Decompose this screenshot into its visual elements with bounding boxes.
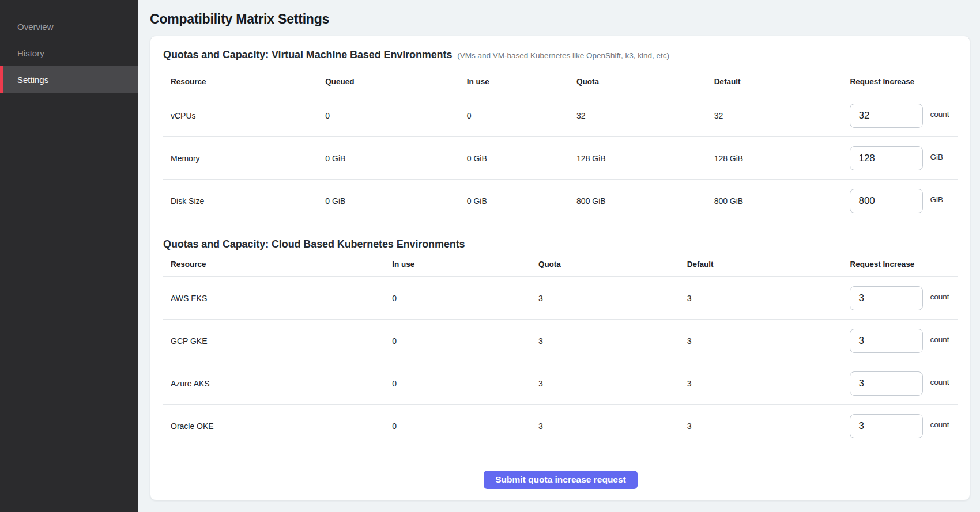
quota-value: 32 (576, 111, 714, 120)
default-value: 3 (687, 422, 850, 431)
quota-value: 128 GiB (576, 154, 714, 163)
sidebar-item-history[interactable]: History (0, 40, 138, 66)
table-row-vcpus: vCPUs 0 0 32 32 count (163, 94, 958, 137)
sidebar-item-overview[interactable]: Overview (0, 13, 138, 40)
default-value: 3 (687, 379, 850, 388)
table-row-memory: Memory 0 GiB 0 GiB 128 GiB 128 GiB GiB (163, 137, 958, 180)
in-use-value: 0 (467, 111, 576, 120)
default-value: 3 (687, 294, 850, 303)
col-header-resource: Resource (163, 77, 325, 86)
unit-label: count (930, 110, 949, 119)
cloud-table-header-row: Resource In use Quota Default Request In… (163, 251, 958, 277)
col-header-default: Default (714, 77, 850, 86)
request-increase-cell: count (850, 104, 958, 128)
col-header-default: Default (687, 260, 850, 268)
in-use-value: 0 (392, 294, 538, 303)
request-increase-cell: count (850, 286, 958, 310)
cloud-section-title: Quotas and Capacity: Cloud Based Kuberne… (163, 238, 465, 251)
cloud-section-header: Quotas and Capacity: Cloud Based Kuberne… (163, 238, 958, 251)
default-value: 3 (687, 336, 850, 346)
table-row-oracle-oke: Oracle OKE 0 3 3 count (163, 405, 958, 447)
request-increase-cell: GiB (850, 189, 958, 213)
queued-value: 0 GiB (325, 154, 466, 163)
quota-value: 3 (538, 422, 687, 431)
in-use-value: 0 (392, 379, 538, 388)
col-header-request-increase: Request Increase (850, 77, 958, 86)
aws-eks-request-input[interactable] (850, 286, 923, 310)
memory-request-input[interactable] (850, 146, 923, 170)
main-content: Compatibility Matrix Settings Quotas and… (138, 0, 980, 512)
vm-table-header-row: Resource Queued In use Quota Default Req… (163, 61, 958, 94)
footer-row: Submit quota increase request (163, 454, 958, 489)
oracle-oke-request-input[interactable] (850, 414, 923, 438)
quota-value: 3 (538, 379, 687, 388)
unit-label: GiB (930, 153, 943, 161)
quota-value: 3 (538, 294, 687, 303)
queued-value: 0 GiB (325, 196, 466, 206)
sidebar: Overview History Settings (0, 0, 138, 512)
quota-value: 800 GiB (576, 196, 714, 206)
resource-name: AWS EKS (163, 294, 392, 303)
vm-section-header: Quotas and Capacity: Virtual Machine Bas… (163, 49, 958, 61)
table-row-aws-eks: AWS EKS 0 3 3 count (163, 277, 958, 320)
resource-name: Oracle OKE (163, 422, 392, 431)
gcp-gke-request-input[interactable] (850, 329, 923, 353)
quota-settings-card: Quotas and Capacity: Virtual Machine Bas… (150, 36, 970, 500)
vm-section-subtitle: (VMs and VM-based Kubernetes like OpenSh… (457, 51, 669, 60)
resource-name: GCP GKE (163, 336, 392, 346)
unit-label: count (930, 378, 949, 386)
default-value: 32 (714, 111, 850, 120)
request-increase-cell: count (850, 329, 958, 353)
page-title: Compatibility Matrix Settings (150, 12, 970, 27)
request-increase-cell: count (850, 414, 958, 438)
table-row-azure-aks: Azure AKS 0 3 3 count (163, 362, 958, 405)
in-use-value: 0 GiB (467, 154, 576, 163)
vcpus-request-input[interactable] (850, 104, 923, 128)
vm-section-title: Quotas and Capacity: Virtual Machine Bas… (163, 49, 452, 61)
col-header-quota: Quota (576, 77, 714, 86)
table-row-gcp-gke: GCP GKE 0 3 3 count (163, 320, 958, 362)
request-increase-cell: GiB (850, 146, 958, 170)
col-header-resource: Resource (163, 260, 392, 268)
resource-name: Memory (163, 154, 325, 163)
table-row-disk-size: Disk Size 0 GiB 0 GiB 800 GiB 800 GiB Gi… (163, 180, 958, 222)
request-increase-cell: count (850, 371, 958, 396)
col-header-queued: Queued (325, 77, 466, 86)
cloud-quota-table: Resource In use Quota Default Request In… (163, 251, 958, 447)
vm-quota-table: Resource Queued In use Quota Default Req… (163, 61, 958, 222)
col-header-in-use: In use (467, 77, 576, 86)
quota-value: 3 (538, 336, 687, 346)
unit-label: count (930, 335, 949, 344)
submit-quota-increase-button[interactable]: Submit quota increase request (484, 471, 638, 489)
default-value: 800 GiB (714, 196, 850, 206)
queued-value: 0 (325, 111, 466, 120)
unit-label: count (930, 293, 949, 301)
disk-size-request-input[interactable] (850, 189, 923, 213)
resource-name: vCPUs (163, 111, 325, 120)
resource-name: Azure AKS (163, 379, 392, 388)
col-header-in-use: In use (392, 260, 538, 268)
in-use-value: 0 (392, 422, 538, 431)
sidebar-item-settings[interactable]: Settings (0, 66, 138, 93)
default-value: 128 GiB (714, 154, 850, 163)
in-use-value: 0 (392, 336, 538, 346)
col-header-request-increase: Request Increase (850, 260, 958, 268)
resource-name: Disk Size (163, 196, 325, 206)
unit-label: GiB (930, 195, 943, 204)
col-header-quota: Quota (538, 260, 687, 268)
unit-label: count (930, 420, 949, 429)
in-use-value: 0 GiB (467, 196, 576, 206)
azure-aks-request-input[interactable] (850, 371, 923, 396)
